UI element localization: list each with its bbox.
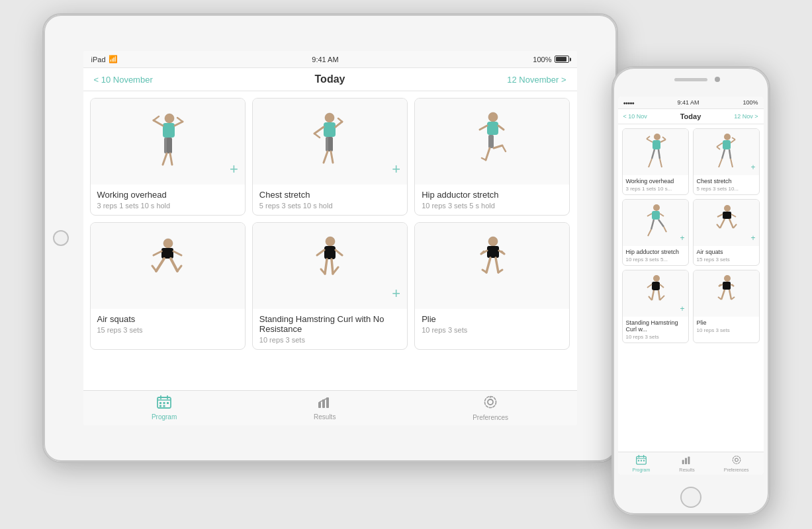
svg-line-87 bbox=[719, 159, 722, 167]
svg-line-25 bbox=[486, 148, 490, 160]
svg-line-34 bbox=[152, 266, 156, 271]
svg-point-29 bbox=[163, 239, 173, 248]
svg-rect-127 bbox=[638, 460, 639, 462]
svg-point-68 bbox=[485, 397, 496, 408]
svg-rect-80 bbox=[723, 140, 731, 149]
ipad-tab-results[interactable]: Results bbox=[314, 395, 336, 421]
svg-line-84 bbox=[732, 138, 735, 140]
exercise-card-2[interactable]: + Chest stretch 5 reps 3 sets 10 s hold bbox=[252, 98, 408, 216]
iphone-plus-5[interactable]: + bbox=[680, 304, 684, 313]
svg-rect-131 bbox=[685, 458, 687, 464]
svg-line-119 bbox=[721, 290, 725, 300]
svg-line-72 bbox=[647, 136, 650, 139]
ipad-nav-bar: < 10 November Today 12 November > bbox=[83, 68, 577, 91]
iphone-card-image-1 bbox=[623, 129, 688, 175]
iphone-exercise-grid: Working overhead 3 reps 1 sets 10 s... bbox=[618, 124, 764, 452]
iphone-plus-4[interactable]: + bbox=[750, 233, 755, 243]
svg-rect-114 bbox=[723, 282, 731, 290]
iphone-exercise-detail-2: 5 reps 3 sets 10... bbox=[697, 186, 756, 192]
ipad-screen: iPad 📶 9:41 AM 100% < 10 November Today … bbox=[83, 51, 577, 425]
svg-rect-1 bbox=[163, 123, 175, 138]
iphone-card-5[interactable]: + Standing Hamstring Curl w... 10 reps 3… bbox=[622, 270, 689, 343]
iphone-tab-program[interactable]: Program bbox=[633, 455, 651, 472]
svg-rect-98 bbox=[723, 212, 731, 219]
iphone-camera bbox=[715, 77, 720, 82]
svg-line-2 bbox=[154, 120, 163, 126]
svg-line-121 bbox=[729, 290, 731, 300]
exercise-detail-3: 10 reps 3 sets 5 s hold bbox=[422, 202, 563, 210]
iphone-home-button[interactable] bbox=[680, 487, 701, 508]
ipad-wifi-icon: 📶 bbox=[109, 55, 118, 63]
iphone-plus-3[interactable]: + bbox=[680, 233, 684, 243]
iphone-card-image-6 bbox=[694, 270, 759, 317]
svg-line-92 bbox=[660, 214, 664, 216]
svg-line-36 bbox=[177, 266, 181, 271]
ipad-nav-prev[interactable]: < 10 November bbox=[94, 75, 153, 85]
exercise-name-5: Standing Hamstring Curl with No Resistan… bbox=[259, 314, 400, 334]
iphone-screen: ●●●●● 9:41 AM 100% < 10 Nov Today 12 Nov… bbox=[618, 97, 764, 475]
exercise-card-4[interactable]: Air squats 15 reps 3 sets bbox=[90, 222, 246, 350]
svg-line-12 bbox=[314, 127, 324, 134]
svg-line-28 bbox=[502, 145, 506, 151]
svg-point-113 bbox=[724, 275, 731, 282]
svg-line-39 bbox=[317, 250, 324, 255]
ipad-device: iPad 📶 9:41 AM 100% < 10 November Today … bbox=[42, 13, 618, 463]
iphone-nav-title: Today bbox=[680, 112, 701, 120]
exercise-plus-1[interactable]: + bbox=[230, 161, 238, 178]
svg-line-9 bbox=[170, 153, 172, 165]
exercise-name-4: Air squats bbox=[97, 314, 238, 324]
exercise-image-5: + bbox=[253, 223, 407, 309]
exercise-card-6[interactable]: Plie 10 reps 3 sets bbox=[414, 222, 570, 350]
exercise-detail-4: 15 reps 3 sets bbox=[97, 326, 238, 334]
svg-line-91 bbox=[647, 214, 652, 216]
iphone-card-2[interactable]: + Chest stretch 5 reps 3 sets 10... bbox=[693, 128, 760, 195]
iphone-tab-preferences-icon bbox=[731, 455, 742, 467]
iphone-tab-results-icon bbox=[682, 455, 692, 467]
svg-rect-62 bbox=[159, 405, 161, 407]
exercise-detail-1: 3 reps 1 sets 10 s hold bbox=[97, 202, 238, 210]
svg-point-133 bbox=[735, 458, 738, 462]
svg-rect-24 bbox=[488, 135, 494, 148]
iphone-card-6[interactable]: Plie 10 reps 3 sets bbox=[693, 270, 760, 343]
iphone-tab-results[interactable]: Results bbox=[679, 455, 694, 472]
svg-line-112 bbox=[660, 296, 664, 300]
svg-rect-59 bbox=[159, 402, 161, 404]
iphone-speaker bbox=[674, 78, 707, 81]
svg-line-111 bbox=[658, 290, 660, 300]
exercise-name-1: Working overhead bbox=[97, 190, 238, 200]
ipad-device-label: iPad bbox=[91, 56, 106, 63]
svg-line-14 bbox=[336, 122, 342, 127]
svg-line-22 bbox=[480, 126, 487, 130]
exercise-plus-2[interactable]: + bbox=[392, 161, 400, 178]
svg-line-103 bbox=[729, 219, 733, 228]
iphone-nav-next[interactable]: 12 Nov > bbox=[734, 113, 758, 120]
iphone-card-3[interactable]: + Hip adductor stretch 10 reps 3 sets 5.… bbox=[622, 199, 689, 266]
iphone-tab-preferences[interactable]: Preferences bbox=[724, 455, 749, 472]
svg-line-51 bbox=[486, 258, 490, 272]
svg-point-89 bbox=[653, 204, 660, 211]
iphone-plus-2[interactable]: + bbox=[750, 163, 755, 172]
iphone-nav-bar: < 10 Nov Today 12 Nov > bbox=[618, 109, 764, 124]
svg-rect-38 bbox=[324, 246, 336, 259]
svg-line-35 bbox=[171, 259, 177, 271]
ipad-nav-next[interactable]: 12 November > bbox=[507, 75, 566, 85]
ipad-tab-preferences[interactable]: Preferences bbox=[473, 395, 508, 421]
svg-line-53 bbox=[496, 258, 498, 272]
ipad-home-button[interactable] bbox=[53, 230, 69, 246]
svg-rect-61 bbox=[167, 402, 169, 404]
exercise-plus-5[interactable]: + bbox=[392, 285, 400, 302]
iphone-card-4[interactable]: + Air squats 15 reps 3 sets bbox=[693, 199, 760, 266]
ipad-tab-program[interactable]: Program bbox=[152, 395, 177, 421]
svg-rect-21 bbox=[487, 122, 498, 135]
svg-rect-17 bbox=[328, 137, 333, 151]
ipad-status-left: iPad 📶 bbox=[91, 55, 118, 63]
iphone-card-image-4: + bbox=[694, 200, 759, 246]
iphone-nav-prev[interactable]: < 10 Nov bbox=[623, 113, 647, 120]
exercise-card-1[interactable]: + Working overhead 3 reps 1 sets 10 s ho… bbox=[90, 98, 246, 216]
iphone-card-1[interactable]: Working overhead 3 reps 1 sets 10 s... bbox=[622, 128, 689, 195]
iphone-card-image-5: + bbox=[623, 270, 688, 317]
iphone-tab-preferences-label: Preferences bbox=[724, 468, 749, 472]
exercise-card-5[interactable]: + Standing Hamstring Curl with No Resist… bbox=[252, 222, 408, 350]
exercise-card-3[interactable]: Hip adductor stretch 10 reps 3 sets 5 s … bbox=[414, 98, 570, 216]
svg-rect-70 bbox=[653, 140, 660, 149]
